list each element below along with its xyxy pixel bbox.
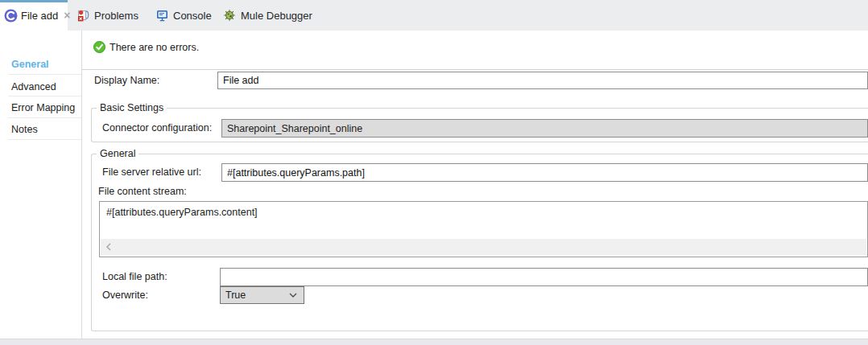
local-file-path-input[interactable] — [220, 268, 868, 286]
display-name-input[interactable] — [217, 72, 868, 89]
problems-view-icon — [77, 9, 89, 22]
chevron-down-icon — [289, 293, 297, 298]
overwrite-select[interactable]: True — [220, 286, 304, 304]
close-icon[interactable]: × — [64, 10, 70, 21]
tab-label: Mule Debugger — [241, 10, 312, 22]
sidebar-separator — [8, 117, 81, 118]
tab-label: Problems — [94, 10, 138, 22]
sidebar-item-error-mapping[interactable]: Error Mapping — [11, 101, 75, 114]
scroll-left-arrow-icon[interactable] — [105, 243, 112, 251]
connector-icon — [4, 9, 18, 23]
file-content-stream-value: #[attributes.queryParams.content] — [106, 207, 258, 218]
overwrite-label: Overwrite: — [102, 290, 148, 302]
file-content-stream-editor[interactable]: #[attributes.queryParams.content] — [99, 201, 868, 257]
tab-mule-debugger[interactable]: Mule Debugger — [217, 0, 319, 31]
sidebar-separator — [8, 74, 81, 75]
local-file-path-label: Local file path: — [102, 271, 167, 283]
status-message: There are no errors. — [110, 42, 199, 54]
properties-editor: File add × Problems — [0, 0, 868, 345]
overwrite-selected-value: True — [225, 290, 246, 301]
connector-configuration-label: Connector configuration: — [102, 122, 212, 134]
file-server-relative-url-input[interactable] — [221, 163, 868, 182]
display-name-label: Display Name: — [94, 75, 159, 87]
horizontal-scrollbar[interactable] — [101, 239, 866, 255]
tab-problems[interactable]: Problems — [71, 0, 145, 31]
sidebar-separator — [8, 139, 81, 140]
tab-label: File add — [21, 10, 58, 22]
file-server-relative-url-label: File server relative url: — [102, 166, 201, 179]
tab-file-add[interactable]: File add × — [0, 0, 68, 31]
sidebar-separator — [8, 96, 81, 97]
console-icon — [156, 10, 168, 22]
active-tab-accent — [0, 0, 68, 2]
sidebar-item-general[interactable]: General — [11, 58, 49, 71]
basic-settings-legend: Basic Settings — [97, 102, 167, 114]
bug-debugger-icon — [223, 9, 236, 22]
bottom-status-bar — [0, 339, 868, 345]
editor-tab-bar: File add × Problems — [0, 0, 868, 31]
connector-configuration-field[interactable]: Sharepoint_Sharepoint_online — [221, 119, 868, 138]
sidebar-item-notes[interactable]: Notes — [11, 123, 38, 136]
sidebar-item-advanced[interactable]: Advanced — [11, 80, 56, 93]
connector-configuration-value: Sharepoint_Sharepoint_online — [227, 123, 362, 134]
sidebar-divider-line — [81, 31, 82, 339]
file-content-stream-label: File content stream: — [98, 186, 187, 198]
tab-label: Console — [173, 10, 212, 22]
tab-console[interactable]: Console — [150, 0, 218, 31]
general-legend: General — [97, 148, 138, 160]
content-divider — [82, 69, 868, 70]
success-check-icon — [93, 41, 105, 53]
